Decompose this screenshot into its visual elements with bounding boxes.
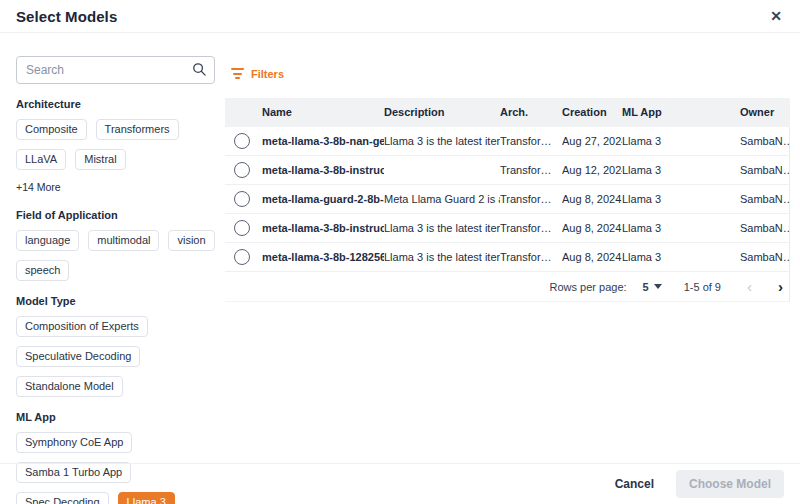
group-label: Model Type — [16, 295, 215, 307]
chip-speech[interactable]: speech — [16, 260, 69, 281]
filter-group-field-of-application: Field of Application language multimodal… — [16, 209, 215, 281]
model-arch: Transfor… — [500, 185, 562, 214]
model-name: meta-llama-3-8b-instruc… — [262, 214, 384, 243]
search-icon — [192, 62, 207, 77]
chip-vision[interactable]: vision — [168, 230, 214, 251]
chip-composite[interactable]: Composite — [16, 119, 87, 140]
row-radio-button[interactable] — [234, 133, 250, 149]
chevron-down-icon — [654, 284, 662, 289]
models-table: Name Description Arch. Creation ML App O… — [225, 98, 790, 303]
model-name: meta-llama-3-8b-128256… — [262, 243, 384, 272]
table-row[interactable]: meta-llama-3-8b-instruc… Transfor… Aug 1… — [225, 156, 790, 185]
close-icon[interactable]: ✕ — [766, 6, 786, 26]
model-creation: Aug 8, 2024 — [562, 185, 622, 214]
chip-symphony-coe-app[interactable]: Symphony CoE App — [16, 432, 132, 453]
model-owner: SambaN… — [740, 127, 790, 156]
chip-transformers[interactable]: Transformers — [96, 119, 179, 140]
model-ml-app: Llama 3 — [622, 243, 740, 272]
model-ml-app: Llama 3 — [622, 185, 740, 214]
model-name: meta-llama-guard-2-8b-… — [262, 185, 384, 214]
chip-multimodal[interactable]: multimodal — [88, 230, 159, 251]
column-header-description: Description — [384, 98, 500, 127]
group-label: Field of Application — [16, 209, 215, 221]
model-creation: Aug 12, 2024 — [562, 156, 622, 185]
model-owner: SambaN… — [740, 156, 790, 185]
model-description — [384, 156, 500, 185]
model-ml-app: Llama 3 — [622, 214, 740, 243]
choose-model-button[interactable]: Choose Model — [676, 470, 784, 498]
row-radio-button[interactable] — [234, 162, 250, 178]
filters-label: Filters — [251, 68, 284, 80]
model-arch: Transfor… — [500, 156, 562, 185]
cancel-button[interactable]: Cancel — [615, 477, 654, 491]
previous-page-icon[interactable]: ‹ — [747, 279, 752, 294]
pagination-range: 1-5 of 9 — [684, 281, 721, 293]
chip-standalone-model[interactable]: Standalone Model — [16, 376, 123, 397]
table-row[interactable]: meta-llama-3-8b-nan-ge… Llama 3 is the l… — [225, 127, 790, 156]
model-name: meta-llama-3-8b-instruc… — [262, 156, 384, 185]
model-owner: SambaN… — [740, 185, 790, 214]
table-pagination: Rows per page: 5 1-5 of 9 ‹ › — [225, 272, 789, 302]
dialog-title: Select Models — [16, 8, 117, 25]
rows-per-page-select[interactable]: 5 — [643, 281, 662, 293]
column-header-name: Name — [262, 98, 384, 127]
table-row[interactable]: meta-llama-guard-2-8b-… Meta Llama Guard… — [225, 185, 790, 214]
filters-button[interactable]: Filters — [227, 64, 290, 84]
column-header-arch: Arch. — [500, 98, 562, 127]
chip-mistral[interactable]: Mistral — [75, 149, 125, 170]
select-models-dialog: Select Models ✕ Architecture Composite T… — [0, 0, 800, 504]
row-radio-button[interactable] — [234, 191, 250, 207]
group-label: Architecture — [16, 98, 215, 110]
model-owner: SambaN… — [740, 214, 790, 243]
model-arch: Transfor… — [500, 214, 562, 243]
architecture-more-link[interactable]: +14 More — [16, 181, 61, 193]
rows-per-page-label: Rows per page: — [550, 281, 627, 293]
model-ml-app: Llama 3 — [622, 127, 740, 156]
filter-sidebar: Architecture Composite Transformers LLaV… — [16, 56, 215, 504]
table-row[interactable]: meta-llama-3-8b-instruc… Llama 3 is the … — [225, 214, 790, 243]
filter-group-architecture: Architecture Composite Transformers LLaV… — [16, 98, 215, 195]
model-arch: Transfor… — [500, 127, 562, 156]
search-input[interactable] — [16, 56, 215, 84]
chip-language[interactable]: language — [16, 230, 79, 251]
group-label: ML App — [16, 411, 215, 423]
models-content: Filters Name Description Arch. Creation … — [225, 56, 790, 302]
model-owner: SambaN… — [740, 243, 790, 272]
model-description: Llama 3 is the latest itera… — [384, 214, 500, 243]
model-name: meta-llama-3-8b-nan-ge… — [262, 127, 384, 156]
row-radio-button[interactable] — [234, 220, 250, 236]
model-ml-app: Llama 3 — [622, 156, 740, 185]
filter-group-model-type: Model Type Composition of Experts Specul… — [16, 295, 215, 397]
model-creation: Aug 8, 2024 — [562, 243, 622, 272]
chip-composition-of-experts[interactable]: Composition of Experts — [16, 316, 148, 337]
model-arch: Transfor… — [500, 243, 562, 272]
dialog-header: Select Models ✕ — [0, 0, 800, 33]
filter-icon — [231, 68, 244, 79]
table-header-row: Name Description Arch. Creation ML App O… — [225, 98, 790, 127]
chip-llava[interactable]: LLaVA — [16, 149, 66, 170]
next-page-icon[interactable]: › — [778, 279, 783, 294]
table-row[interactable]: meta-llama-3-8b-128256… Llama 3 is the l… — [225, 243, 790, 272]
model-creation: Aug 8, 2024 — [562, 214, 622, 243]
chip-speculative-decoding[interactable]: Speculative Decoding — [16, 346, 140, 367]
row-radio-button[interactable] — [234, 249, 250, 265]
model-creation: Aug 27, 2024 — [562, 127, 622, 156]
dialog-footer: Cancel Choose Model — [0, 463, 800, 504]
model-description: Llama 3 is the latest itera… — [384, 127, 500, 156]
column-header-owner: Owner — [740, 98, 790, 127]
column-header-creation: Creation — [562, 98, 622, 127]
column-header-ml-app: ML App — [622, 98, 740, 127]
model-description: Meta Llama Guard 2 is an … — [384, 185, 500, 214]
model-description: Llama 3 is the latest itera… — [384, 243, 500, 272]
